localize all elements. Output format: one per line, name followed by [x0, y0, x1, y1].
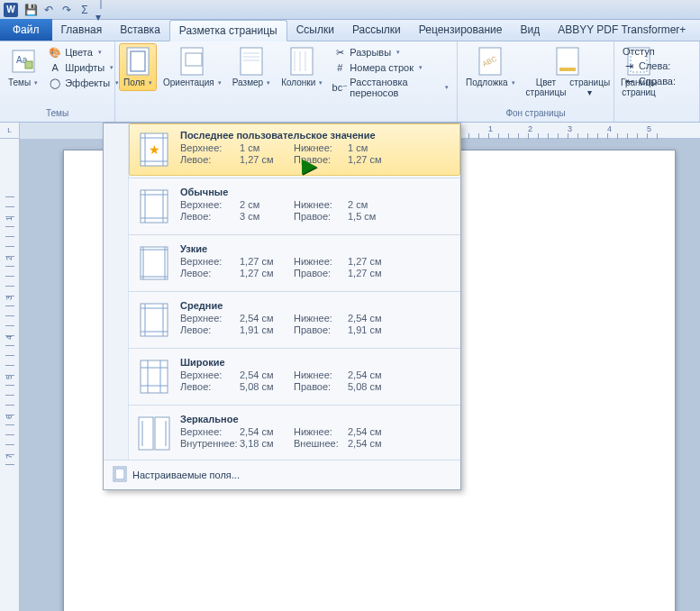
- workspace: L 12345 1234567 ★Последнее пользовательс…: [0, 123, 700, 611]
- themes-icon: Aa: [9, 47, 38, 76]
- word-app-icon: W: [4, 3, 18, 17]
- title-bar: W 💾 ↶ ↷ Σ ｜▾: [0, 0, 700, 20]
- themes-group-label: Темы: [4, 108, 111, 120]
- margin-preset-1[interactable]: ОбычныеВерхнее:2 смНижнее:2 смЛевое:3 см…: [129, 180, 460, 233]
- ruler-corner: L: [0, 123, 20, 139]
- theme-colors-button[interactable]: 🎨 Цвета▾: [46, 45, 122, 59]
- svg-rect-18: [559, 68, 576, 71]
- save-icon[interactable]: 💾: [23, 3, 38, 17]
- indent-label: Отступ: [620, 45, 678, 58]
- tab-6[interactable]: Вид: [511, 20, 549, 41]
- margin-preset-5[interactable]: ЗеркальноеВерхнее:2,54 смНижнее:2,54 смВ…: [129, 407, 460, 460]
- fonts-icon: A: [49, 61, 61, 74]
- redo-icon[interactable]: ↷: [59, 3, 74, 17]
- svg-rect-2: [25, 61, 32, 68]
- theme-fonts-button[interactable]: A Шрифты▾: [46, 60, 122, 75]
- indent-right-icon: ⇤: [623, 75, 635, 87]
- margin-preset-icon: [137, 357, 171, 397]
- breaks-button[interactable]: ✂ Разрывы▾: [331, 45, 451, 59]
- page-color-button[interactable]: Цвет страницыстраницы ▾: [522, 43, 614, 101]
- qat-dropdown-icon[interactable]: ｜▾: [95, 3, 110, 17]
- margins-icon: [123, 47, 152, 76]
- hruler-mark: 1: [488, 124, 493, 133]
- page-background-group-label: Фон страницы: [461, 108, 610, 120]
- columns-button[interactable]: Колонки▾: [277, 43, 327, 91]
- margin-preset-3[interactable]: СредниеВерхнее:2,54 смНижнее:2,54 смЛево…: [129, 294, 460, 346]
- watermark-icon: ABC: [476, 47, 505, 76]
- tab-5[interactable]: Рецензирование: [410, 20, 512, 41]
- indent-right-label: ⇤ Справа:: [620, 74, 678, 88]
- size-icon: [237, 47, 266, 76]
- svg-rect-7: [241, 48, 262, 75]
- themes-group: Aa Темы▾ 🎨 Цвета▾ A Шрифты▾ ◯ Эффекты▾: [0, 41, 115, 122]
- menu-gutter: [104, 123, 129, 460]
- margin-preset-body: ОбычныеВерхнее:2 смНижнее:2 смЛевое:3 см…: [180, 187, 452, 226]
- size-button[interactable]: Размер▾: [228, 43, 275, 91]
- indent-left-label: ⇥ Слева:: [620, 59, 678, 73]
- svg-rect-47: [155, 417, 169, 450]
- tab-2[interactable]: Разметка страницы: [169, 20, 287, 41]
- effects-icon: ◯: [49, 77, 61, 89]
- ribbon-tabs: Файл ГлавнаяВставкаРазметка страницыСсыл…: [0, 20, 700, 41]
- svg-rect-31: [141, 247, 168, 279]
- tab-3[interactable]: Ссылки: [287, 20, 343, 41]
- margins-button[interactable]: Поля▾: [119, 43, 157, 91]
- hyphenation-button[interactable]: bc⁻ Расстановка переносов▾: [331, 76, 451, 99]
- margin-preset-body: СредниеВерхнее:2,54 смНижнее:2,54 смЛево…: [180, 300, 452, 340]
- breaks-icon: ✂: [333, 46, 346, 59]
- page-setup-group-label: [119, 118, 453, 120]
- margin-preset-icon: [137, 243, 171, 283]
- ribbon: Aa Темы▾ 🎨 Цвета▾ A Шрифты▾ ◯ Эффекты▾: [0, 41, 700, 123]
- margin-preset-body: ШирокиеВерхнее:2,54 смНижнее:2,54 смЛево…: [180, 357, 452, 397]
- tab-1[interactable]: Вставка: [111, 20, 169, 41]
- margin-preset-0[interactable]: ★Последнее пользовательское значениеВерх…: [129, 123, 460, 176]
- margin-preset-2[interactable]: УзкиеВерхнее:1,27 смНижнее:1,27 смЛевое:…: [129, 237, 460, 289]
- page-color-icon: [553, 47, 582, 76]
- tab-4[interactable]: Рассылки: [343, 20, 410, 41]
- watermark-button[interactable]: ABC Подложка▾: [461, 43, 520, 91]
- cursor-overlay-icon: ▶: [302, 154, 317, 178]
- page-background-group: ABC Подложка▾ Цвет страницыстраницы ▾ Гр…: [458, 41, 614, 122]
- hyphenation-icon: bc⁻: [333, 81, 346, 94]
- svg-rect-41: [141, 360, 168, 393]
- svg-rect-6: [186, 53, 202, 66]
- custom-margins-button[interactable]: Настраиваемые поля...: [104, 460, 460, 489]
- margins-menu: ★Последнее пользовательское значениеВерх…: [103, 123, 461, 490]
- tab-7[interactable]: ABBYY PDF Transformer+: [549, 20, 695, 41]
- columns-icon: [287, 47, 316, 76]
- themes-button[interactable]: Aa Темы▾: [4, 43, 42, 91]
- margin-preset-body: ЗеркальноеВерхнее:2,54 смНижнее:2,54 смВ…: [180, 414, 452, 453]
- hruler-mark: 4: [607, 124, 612, 133]
- hruler-mark: 5: [647, 124, 651, 133]
- hruler-mark: 3: [568, 124, 572, 133]
- margin-preset-icon: ★: [137, 130, 171, 169]
- margin-preset-icon: [137, 414, 171, 453]
- line-numbers-icon: #: [333, 61, 346, 74]
- custom-margins-icon: [113, 466, 127, 484]
- colors-icon: 🎨: [49, 46, 61, 59]
- line-numbers-button[interactable]: # Номера строк▾: [331, 60, 451, 75]
- orientation-icon: [177, 47, 206, 76]
- page-setup-group: Поля▾ Ориентация▾ Размер▾ Колонки▾: [115, 41, 458, 122]
- sigma-icon[interactable]: Σ: [77, 3, 92, 17]
- margin-preset-body: УзкиеВерхнее:1,27 смНижнее:1,27 смЛевое:…: [180, 243, 452, 283]
- paragraph-group: Отступ ⇥ Слева: ⇤ Справа:: [614, 41, 700, 122]
- hruler-mark: 2: [528, 124, 532, 133]
- margin-preset-4[interactable]: ШирокиеВерхнее:2,54 смНижнее:2,54 смЛево…: [129, 351, 460, 403]
- indent-left-icon: ⇥: [623, 59, 635, 72]
- quick-access-toolbar: 💾 ↶ ↷ Σ ｜▾: [23, 3, 110, 17]
- margin-preset-icon: [137, 187, 171, 226]
- vertical-ruler[interactable]: 1234567: [0, 139, 20, 611]
- undo-icon[interactable]: ↶: [41, 3, 56, 17]
- margin-preset-icon: [137, 300, 171, 340]
- file-tab[interactable]: Файл: [0, 19, 52, 41]
- orientation-button[interactable]: Ориентация▾: [159, 43, 226, 91]
- svg-rect-46: [139, 417, 153, 450]
- theme-effects-button[interactable]: ◯ Эффекты▾: [46, 76, 122, 90]
- tab-0[interactable]: Главная: [52, 20, 112, 41]
